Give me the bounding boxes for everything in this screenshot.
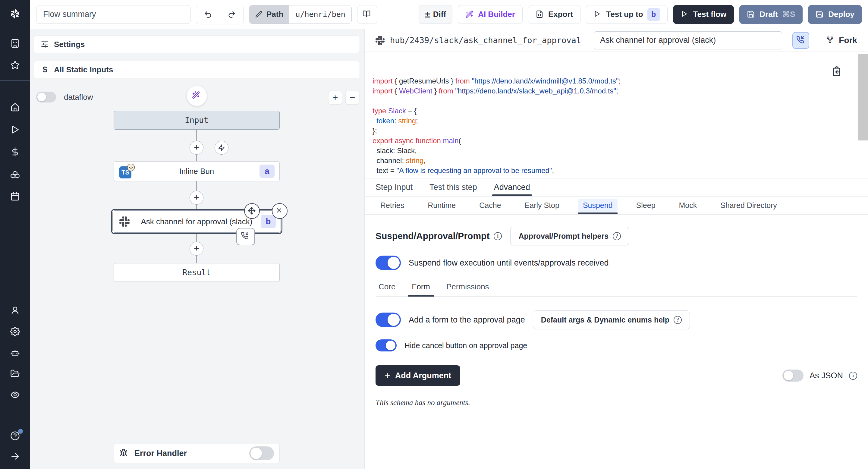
path-value: u/henri/ben [289, 5, 351, 24]
nav-favorites[interactable] [0, 60, 30, 70]
subtab-sleep[interactable]: Sleep [631, 196, 660, 214]
as-json-toggle[interactable] [782, 370, 804, 382]
slack-icon [375, 36, 384, 45]
plus-icon: + [194, 143, 199, 152]
subtab-form[interactable]: Form [412, 282, 430, 296]
add-form-toggle[interactable] [375, 313, 401, 327]
ai-builder-button[interactable]: AI Builder [458, 5, 523, 24]
subtab-early-stop[interactable]: Early Stop [520, 196, 564, 214]
copy-code-icon[interactable] [831, 66, 842, 77]
add-argument-button[interactable]: + Add Argument [375, 365, 460, 386]
delete-node-button[interactable] [272, 203, 287, 219]
hub-script-path: hub/2439/slack/ask_channel_for_approval [390, 36, 581, 45]
ai-flow-wand-button[interactable] [187, 86, 207, 106]
info-icon[interactable]: i [849, 372, 857, 380]
node-input[interactable]: Input [114, 111, 280, 130]
all-static-inputs-button[interactable]: $ All Static Inputs [34, 61, 360, 79]
subtab-mock[interactable]: Mock [674, 196, 702, 214]
tab-test-this-step[interactable]: Test this step [430, 179, 477, 196]
as-json-control: As JSON i [782, 370, 857, 382]
deploy-button[interactable]: Deploy [808, 5, 862, 24]
move-node-button[interactable] [244, 203, 260, 219]
nav-audit-logs[interactable] [0, 390, 30, 400]
tab-step-input[interactable]: Step Input [375, 179, 412, 196]
diff-label: Diff [433, 10, 446, 19]
flow-settings-label: Settings [54, 40, 85, 49]
flow-summary-input[interactable] [36, 5, 190, 24]
subtab-permissions[interactable]: Permissions [446, 282, 489, 296]
code-scrollbar-thumb[interactable] [858, 54, 868, 140]
test-flow-button[interactable]: Test flow [673, 5, 734, 24]
nav-settings[interactable] [0, 327, 30, 336]
suspend-indicator-button[interactable] [792, 32, 809, 49]
undo-button[interactable] [196, 5, 220, 24]
file-export-icon [535, 10, 544, 19]
nav-workers[interactable] [0, 348, 30, 357]
nav-resources[interactable] [0, 169, 30, 179]
zoom-out-button[interactable]: − [345, 91, 359, 104]
subtab-runtime[interactable]: Runtime [423, 196, 461, 214]
info-icon[interactable]: i [494, 232, 502, 240]
nav-folders[interactable] [0, 369, 30, 379]
fork-button[interactable]: Fork [826, 36, 857, 45]
windmill-logo[interactable] [0, 0, 30, 28]
subtab-shared-directory[interactable]: Shared Directory [715, 196, 782, 214]
node-inline-bun[interactable]: TS Inline Bun a [114, 161, 280, 181]
path-label: Path [267, 10, 283, 19]
node-inline-bun-label: Inline Bun [114, 167, 279, 176]
test-up-to-button[interactable]: Test up to b [586, 5, 667, 24]
approval-prompt-helpers-button[interactable]: Approval/Prompt helpers ? [510, 227, 629, 245]
close-icon [276, 207, 284, 215]
empty-schema-message: This schema has no arguments. [375, 399, 857, 407]
dataflow-toggle[interactable] [36, 92, 56, 102]
subtab-retries[interactable]: Retries [375, 196, 409, 214]
default-args-help-button[interactable]: Default args & Dynamic enums help ? [533, 310, 690, 329]
nav-schedules[interactable] [0, 192, 30, 201]
dollar-icon: $ [41, 65, 49, 74]
save-draft-button[interactable]: Draft ⌘S [739, 5, 803, 24]
nav-runs[interactable] [0, 125, 30, 134]
nav-workspace[interactable] [0, 39, 30, 48]
save-icon [747, 10, 755, 19]
hide-cancel-toggle[interactable] [375, 339, 397, 351]
redo-button[interactable] [220, 5, 243, 24]
export-label: Export [548, 10, 573, 19]
flow-editor-toolbar: Path u/henri/ben ±Diff AI Builder Export… [30, 0, 868, 29]
subtab-cache[interactable]: Cache [474, 196, 506, 214]
node-result[interactable]: Result [114, 263, 280, 282]
diff-button[interactable]: ±Diff [418, 5, 453, 24]
node-approval-id-badge: b [261, 215, 276, 228]
nav-users[interactable] [0, 306, 30, 315]
magic-wand-icon [192, 91, 202, 101]
step-editor-panel: hub/2439/slack/ask_channel_for_approval … [365, 29, 868, 469]
insert-step-button-3[interactable]: + [190, 242, 204, 256]
redo-icon [227, 10, 236, 19]
flow-path-control[interactable]: Path u/henri/ben [249, 5, 352, 24]
node-inline-bun-id-badge: a [259, 164, 275, 178]
toggle-knob [784, 371, 793, 380]
suspend-flow-toggle[interactable] [375, 256, 401, 270]
help-notification-dot [18, 429, 23, 434]
docs-button[interactable] [357, 5, 377, 24]
undo-icon [204, 10, 212, 19]
nav-help[interactable] [0, 431, 30, 441]
code-editor[interactable]: import { getResumeUrls } from "https://d… [365, 52, 868, 179]
nav-home[interactable] [0, 102, 30, 112]
flow-settings-button[interactable]: Settings [34, 36, 360, 53]
dataflow-label: dataflow [64, 93, 93, 102]
step-name-input[interactable] [594, 31, 782, 50]
toggle-knob [250, 447, 262, 459]
error-handler-card[interactable]: Error Handler [114, 444, 280, 463]
export-button[interactable]: Export [528, 5, 581, 24]
error-handler-toggle[interactable] [249, 446, 274, 460]
tab-advanced[interactable]: Advanced [494, 179, 530, 196]
calendar-icon [10, 192, 20, 201]
insert-step-button-1[interactable]: + [190, 141, 204, 155]
zoom-in-button[interactable]: + [328, 91, 342, 104]
subtab-core[interactable]: Core [378, 282, 396, 296]
subtab-suspend[interactable]: Suspend [578, 196, 618, 214]
nav-expand-sidebar[interactable] [0, 451, 30, 461]
trigger-button[interactable] [215, 141, 228, 155]
insert-step-button-2[interactable]: + [190, 191, 204, 205]
nav-variables[interactable] [0, 147, 30, 157]
